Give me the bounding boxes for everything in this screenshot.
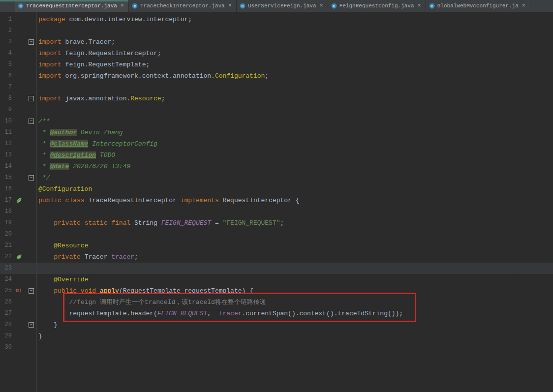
code-text[interactable]: import feign.RequestInterceptor;: [36, 48, 161, 59]
gutter[interactable]: 25O↑−: [0, 285, 36, 297]
code-text[interactable]: @Override: [36, 274, 88, 285]
code-text[interactable]: /**: [36, 116, 50, 127]
editor-tab[interactable]: CTraceRequestInterceptor.java×: [15, 0, 129, 12]
code-text[interactable]: import org.springframework.context.annot…: [36, 70, 269, 82]
token-kw: private: [54, 253, 81, 261]
gutter[interactable]: 24: [0, 274, 36, 285]
gutter[interactable]: 5: [0, 59, 36, 70]
gutter[interactable]: 18: [0, 206, 36, 217]
gutter[interactable]: 20: [0, 229, 36, 240]
code-text[interactable]: * @author Devin Zhang: [36, 127, 123, 138]
code-text[interactable]: @Configuration: [36, 183, 92, 195]
close-tab-icon[interactable]: ×: [418, 2, 421, 9]
close-tab-icon[interactable]: ×: [121, 2, 124, 9]
gutter[interactable]: 22: [0, 251, 36, 263]
editor-tab[interactable]: CFeignRequestConfig.java×: [328, 0, 426, 12]
close-tab-icon[interactable]: ×: [228, 2, 232, 9]
code-text[interactable]: public class TraceRequestInterceptor imp…: [36, 195, 300, 206]
token-doctag: @date: [50, 163, 69, 170]
fold-end-icon[interactable]: −: [29, 96, 34, 101]
line-number: 24: [0, 274, 12, 285]
gutter[interactable]: 27: [0, 308, 36, 319]
right-margin-guide: [512, 12, 512, 392]
fold-start-icon[interactable]: −: [29, 288, 34, 294]
gutter[interactable]: 6: [0, 70, 36, 82]
gutter[interactable]: 19: [0, 217, 36, 229]
token-kw: import: [38, 61, 61, 68]
code-line: 12 * @className InterceptorConfig: [0, 138, 553, 150]
editor-tab[interactable]: CTraceCheckInterceptor.java×: [129, 0, 237, 12]
gutter[interactable]: 15−: [0, 172, 36, 183]
code-line: 3−import brave.Tracer;: [0, 36, 553, 48]
gutter[interactable]: 3−: [0, 36, 36, 48]
token-ann: @Resource: [54, 242, 88, 249]
token-const: FEIGN_REQUEST: [161, 219, 211, 227]
gutter[interactable]: 10−: [0, 116, 36, 127]
gutter[interactable]: 28−: [0, 319, 36, 331]
fold-end-icon[interactable]: −: [29, 175, 34, 181]
token-pl: String: [130, 219, 161, 227]
code-text[interactable]: import javax.annotation.Resource;: [36, 93, 165, 104]
gutter[interactable]: 9: [0, 104, 36, 116]
token-docval: Devin Zhang: [77, 129, 123, 136]
code-text[interactable]: private static final String FEIGN_REQUES…: [36, 217, 284, 229]
editor-tab[interactable]: CUserServiceFeign.java×: [237, 0, 328, 12]
token-kw: implements: [181, 197, 219, 204]
spring-bean-icon[interactable]: [12, 197, 26, 204]
token-pl: =: [211, 219, 222, 227]
code-text[interactable]: * @date 2020/6/20 13:49: [36, 161, 130, 172]
line-number: 26: [0, 297, 12, 308]
fold-column: −: [26, 93, 36, 104]
fold-start-icon[interactable]: −: [29, 119, 34, 124]
gutter[interactable]: 4: [0, 48, 36, 59]
gutter[interactable]: 26: [0, 297, 36, 308]
code-text[interactable]: public void apply(RequestTemplate reques…: [36, 285, 253, 297]
editor-tab[interactable]: CGlobalWebMvcConfigurer.ja×: [426, 0, 530, 12]
token-kw: import: [38, 95, 61, 102]
code-text[interactable]: }: [36, 331, 42, 342]
gutter[interactable]: 17: [0, 195, 36, 206]
gutter[interactable]: 12: [0, 138, 36, 150]
override-method-icon[interactable]: O↑: [12, 288, 26, 294]
code-line: 13 * @description TODO: [0, 150, 553, 161]
code-text[interactable]: import brave.Tracer;: [36, 36, 115, 48]
gutter[interactable]: 30: [0, 342, 36, 353]
gutter[interactable]: 11: [0, 127, 36, 138]
gutter[interactable]: 1: [0, 14, 36, 25]
gutter[interactable]: 16: [0, 183, 36, 195]
fold-start-icon[interactable]: −: [29, 39, 34, 45]
fold-end-icon[interactable]: −: [29, 322, 34, 328]
gutter[interactable]: 7: [0, 82, 36, 93]
close-tab-icon[interactable]: ×: [320, 2, 323, 9]
gutter[interactable]: 21: [0, 240, 36, 251]
token-const: FEIGN_REQUEST: [157, 310, 207, 317]
token-pl: ;: [161, 95, 165, 102]
code-text[interactable]: requestTemplate.header(FEIGN_REQUEST, tr…: [36, 308, 403, 319]
close-tab-icon[interactable]: ×: [522, 2, 525, 9]
token-kw: public void: [54, 287, 96, 295]
editor[interactable]: 1package com.devin.interview.interceptor…: [0, 12, 553, 392]
gutter[interactable]: 8−: [0, 93, 36, 104]
code-text[interactable]: }: [36, 319, 58, 331]
token-pl: Tracer: [81, 253, 111, 261]
code-text[interactable]: */: [36, 172, 50, 183]
code-line: 2: [0, 25, 553, 36]
gutter[interactable]: 14: [0, 161, 36, 172]
code-line: 1package com.devin.interview.interceptor…: [0, 14, 553, 25]
token-doctag: @className: [50, 140, 88, 148]
fold-column: −: [26, 172, 36, 183]
code-text[interactable]: @Resource: [36, 240, 88, 251]
code-line: 18: [0, 206, 553, 217]
code-text[interactable]: import feign.RequestTemplate;: [36, 59, 150, 70]
code-text[interactable]: * @className InterceptorConfig: [36, 138, 157, 150]
spring-bean-icon[interactable]: [12, 254, 26, 260]
gutter[interactable]: 23: [0, 263, 36, 274]
code-text[interactable]: * @description TODO: [36, 150, 115, 161]
gutter[interactable]: 13: [0, 150, 36, 161]
gutter[interactable]: 2: [0, 25, 36, 36]
gutter[interactable]: 29: [0, 331, 36, 342]
code-text[interactable]: private Tracer tracer;: [36, 251, 138, 263]
code-text[interactable]: //feign 调用时产生一个tranceId，该traceId将在整个链路传递: [36, 297, 266, 308]
token-pl: ,: [207, 310, 218, 317]
code-text[interactable]: package com.devin.interview.interceptor;: [36, 14, 192, 25]
